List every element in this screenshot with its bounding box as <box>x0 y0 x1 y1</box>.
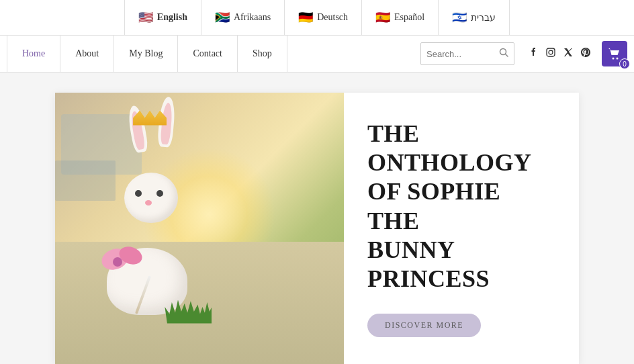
nav-links: Home About My Blog Contact Shop <box>7 36 414 73</box>
twitter-icon[interactable] <box>563 47 574 60</box>
svg-point-4 <box>553 50 553 50</box>
lang-english[interactable]: 🇺🇸 English <box>124 0 201 35</box>
lang-label-english: English <box>157 12 187 23</box>
nav-shop[interactable]: Shop <box>238 36 287 73</box>
nav-myblog[interactable]: My Blog <box>114 36 178 73</box>
lang-espanol[interactable]: 🇪🇸 Español <box>362 0 439 35</box>
lang-label-afrikaans: Afrikaans <box>234 12 271 23</box>
hero-card: THE ONTHOLOGY OF SOPHIE THE BUNNY PRINCE… <box>55 93 579 364</box>
lang-label-espanol: Español <box>394 12 424 23</box>
nav-home[interactable]: Home <box>7 36 60 73</box>
hero-title-line3: BUNNY PRINCESS <box>367 236 490 292</box>
cart-badge: 0 <box>619 58 630 69</box>
facebook-icon[interactable] <box>528 47 539 60</box>
svg-point-6 <box>617 58 619 60</box>
cart-button[interactable]: 0 <box>602 41 627 66</box>
hero-title-line2: OF SOPHIE THE <box>367 178 500 234</box>
navigation-bar: Home About My Blog Contact Shop <box>0 36 634 73</box>
flag-espanol: 🇪🇸 <box>375 10 390 25</box>
lang-hebrew[interactable]: 🇮🇱 עברית <box>439 0 510 35</box>
hero-section: THE ONTHOLOGY OF SOPHIE THE BUNNY PRINCE… <box>0 73 634 364</box>
flag-deutsch: 🇩🇪 <box>298 10 313 25</box>
nav-contact[interactable]: Contact <box>178 36 238 73</box>
language-bar: 🇺🇸 English 🇿🇦 Afrikaans 🇩🇪 Deutsch 🇪🇸 Es… <box>0 0 634 36</box>
lang-afrikaans[interactable]: 🇿🇦 Afrikaans <box>201 0 285 35</box>
hero-title: THE ONTHOLOGY OF SOPHIE THE BUNNY PRINCE… <box>367 120 555 293</box>
nav-about[interactable]: About <box>60 36 114 73</box>
svg-point-5 <box>613 58 615 60</box>
svg-rect-2 <box>547 48 555 56</box>
search-icon <box>499 48 508 60</box>
lang-label-hebrew: עברית <box>471 12 496 24</box>
svg-line-1 <box>506 54 508 57</box>
discover-more-button[interactable]: DISCOVER MORE <box>367 314 481 337</box>
bunny-scene <box>55 93 344 364</box>
social-icons <box>528 47 591 60</box>
flag-afrikaans: 🇿🇦 <box>215 10 230 25</box>
hero-image <box>55 93 344 364</box>
hero-title-line1: THE ONTHOLOGY <box>367 120 532 176</box>
search-input[interactable] <box>426 49 496 59</box>
search-box[interactable] <box>420 42 514 65</box>
flag-english: 🇺🇸 <box>138 10 153 25</box>
svg-point-3 <box>549 50 553 54</box>
lang-label-deutsch: Deutsch <box>317 12 348 23</box>
instagram-icon[interactable] <box>545 47 556 60</box>
hero-text: THE ONTHOLOGY OF SOPHIE THE BUNNY PRINCE… <box>344 93 579 364</box>
lang-deutsch[interactable]: 🇩🇪 Deutsch <box>285 0 362 35</box>
flag-hebrew: 🇮🇱 <box>452 10 467 25</box>
pinterest-icon[interactable] <box>580 47 591 60</box>
